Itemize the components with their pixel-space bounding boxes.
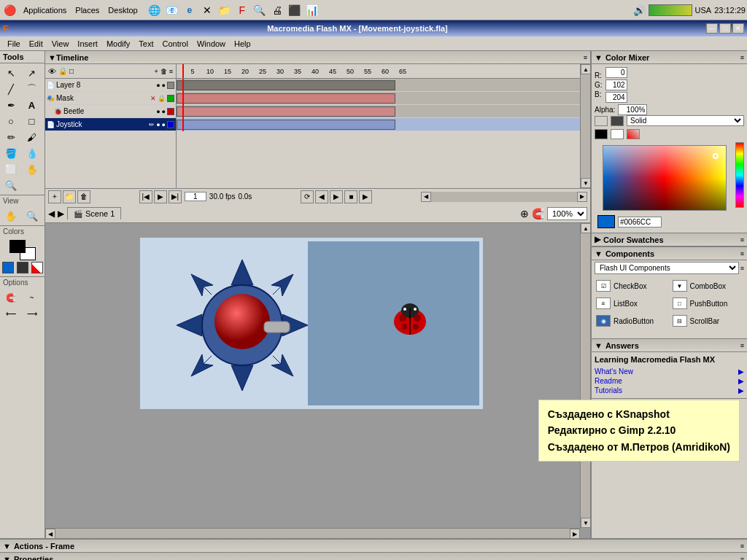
- canvas-vscroll[interactable]: ▲ ▼: [580, 223, 590, 528]
- cm-gradient-icon[interactable]: [595, 116, 608, 126]
- add-layer-icon[interactable]: +: [154, 68, 158, 75]
- joystick-lock[interactable]: ●: [162, 121, 166, 128]
- tool-line[interactable]: ╱: [1, 81, 20, 97]
- props-options[interactable]: ≡: [740, 556, 744, 561]
- tool-arrow[interactable]: ↖: [1, 65, 20, 81]
- close-button[interactable]: ✕: [732, 23, 744, 34]
- tool-oval[interactable]: ○: [1, 113, 20, 129]
- canvas-hscroll-track[interactable]: [55, 529, 570, 538]
- menu-help[interactable]: Help: [230, 38, 255, 50]
- loop-btn[interactable]: ⟳: [301, 190, 314, 203]
- color-mixer-header[interactable]: ▼ Color Mixer ≡: [592, 51, 747, 64]
- option-scale[interactable]: ⟵: [1, 306, 20, 322]
- vscroll-up[interactable]: ▲: [581, 64, 590, 74]
- comp-radiobutton[interactable]: ◉ RadioButton: [595, 314, 668, 328]
- mask-eye[interactable]: ✕: [150, 95, 156, 102]
- comp-checkbox[interactable]: ☑ CheckBox: [595, 279, 668, 293]
- snap-icon[interactable]: 🧲: [532, 208, 544, 219]
- fill-color-swatch[interactable]: [9, 240, 26, 253]
- option-smooth[interactable]: ~: [23, 289, 42, 306]
- beetle-eye[interactable]: ●: [156, 108, 160, 115]
- actions-options[interactable]: ≡: [740, 542, 744, 550]
- ie-icon[interactable]: e: [182, 2, 198, 18]
- canvas-hscroll-right[interactable]: ▶: [570, 529, 580, 538]
- tool-fill[interactable]: 🪣: [1, 145, 20, 161]
- layer8-eye[interactable]: ●: [156, 82, 160, 89]
- tool-zoom2[interactable]: 🔍: [23, 208, 42, 224]
- stop-btn[interactable]: ■: [344, 190, 357, 203]
- hscroll-inner[interactable]: ◀ ▶: [421, 192, 587, 202]
- mask-frames[interactable]: [177, 92, 580, 105]
- stroke-swatch[interactable]: [17, 262, 28, 273]
- delete-layer-btn[interactable]: 🗑: [77, 190, 90, 203]
- tool-hand2[interactable]: ✋: [1, 208, 20, 224]
- timeline-vscroll[interactable]: ▲ ▼: [580, 64, 590, 188]
- cm-alpha-input[interactable]: [618, 104, 647, 115]
- cm-style-select[interactable]: Solid: [627, 115, 744, 126]
- canvas-vscroll-down[interactable]: ▼: [581, 518, 590, 528]
- add-folder-btn[interactable]: 📁: [63, 190, 76, 203]
- tool-lasso[interactable]: ⌒: [23, 81, 42, 97]
- mail-icon[interactable]: 📧: [164, 2, 180, 18]
- maximize-button[interactable]: □: [719, 23, 731, 34]
- answers-tutorials[interactable]: Tutorials ▶: [595, 386, 744, 395]
- menu-insert[interactable]: Insert: [73, 38, 102, 50]
- cs-options-icon[interactable]: ≡: [740, 236, 744, 244]
- cm-black-icon[interactable]: [595, 129, 608, 139]
- print-icon[interactable]: 🖨: [269, 2, 285, 18]
- delete-layer-icon[interactable]: 🗑: [160, 68, 167, 75]
- add-layer-btn[interactable]: +: [48, 190, 61, 203]
- tool-eraser[interactable]: ⬜: [1, 161, 20, 177]
- layer8-lock[interactable]: ●: [162, 82, 166, 89]
- desktop-menu[interactable]: Desktop: [105, 6, 140, 15]
- canvas-vscroll-track[interactable]: [581, 233, 590, 518]
- mask-lock[interactable]: 🔒: [158, 95, 166, 102]
- comp-pushbutton[interactable]: □ PushButton: [671, 296, 745, 311]
- cm-options-icon[interactable]: ≡: [740, 54, 744, 61]
- scene1-tab[interactable]: 🎬 Scene 1: [67, 207, 121, 219]
- cm-color-picker[interactable]: [603, 145, 727, 211]
- canvas-hscroll[interactable]: ◀ ▶: [45, 528, 580, 538]
- terminal-icon[interactable]: ⬛: [287, 2, 303, 18]
- app-icon2[interactable]: 📊: [304, 2, 320, 18]
- menu-text[interactable]: Text: [134, 38, 158, 50]
- components-header[interactable]: ▼ Components ≡: [592, 247, 747, 260]
- menu-file[interactable]: File: [3, 38, 25, 50]
- tool-rect[interactable]: □: [23, 113, 42, 129]
- cm-white-icon[interactable]: [611, 129, 624, 139]
- cm-hex-input[interactable]: [618, 217, 662, 228]
- next-scene-btn[interactable]: ▶: [330, 190, 343, 203]
- center-icon[interactable]: ⊕: [520, 208, 529, 219]
- menu-edit[interactable]: Edit: [25, 38, 47, 50]
- tool-pen[interactable]: ✒: [1, 97, 20, 113]
- play-btn[interactable]: ▶: [154, 190, 167, 203]
- menu-view[interactable]: View: [47, 38, 74, 50]
- next-frame-btn[interactable]: ▶|: [169, 190, 182, 203]
- components-lib-select[interactable]: Flash UI Components: [595, 262, 739, 274]
- cm-stroke-icon[interactable]: [611, 116, 624, 126]
- volume-icon[interactable]: 🔊: [633, 4, 646, 16]
- tool-subselect[interactable]: ↗: [23, 65, 42, 81]
- play2-btn[interactable]: ▶: [359, 190, 372, 203]
- prev-scene-btn[interactable]: ◀: [315, 190, 328, 203]
- applications-menu[interactable]: Applications: [20, 6, 69, 15]
- layer-row-layer8[interactable]: 📄 Layer 8 ● ●: [45, 79, 176, 92]
- timeline-options-icon[interactable]: ≡: [584, 54, 587, 61]
- answers-whats-new[interactable]: What's New ▶: [595, 367, 744, 376]
- flash-icon[interactable]: F: [234, 2, 250, 18]
- cm-hue-stripe[interactable]: [735, 142, 744, 208]
- none-swatch[interactable]: [31, 262, 43, 273]
- comp-scrollbar[interactable]: ⊟ ScrollBar: [671, 314, 745, 328]
- answers-readme[interactable]: Readme ▶: [595, 376, 744, 386]
- joystick-frames[interactable]: [177, 118, 580, 131]
- folder-icon[interactable]: 📁: [217, 2, 233, 18]
- layer-row-mask[interactable]: 🎭 Mask ✕ 🔒: [45, 92, 176, 105]
- menu-window[interactable]: Window: [193, 38, 230, 50]
- cm-r-input[interactable]: [605, 67, 627, 78]
- fill-swatch[interactable]: [2, 262, 14, 273]
- forward-arrow[interactable]: ▶: [58, 209, 64, 219]
- cm-g-input[interactable]: [605, 79, 627, 90]
- layer8-frames[interactable]: [177, 79, 580, 92]
- tool-brush[interactable]: 🖌: [23, 129, 42, 145]
- comp-options-btn[interactable]: ≡: [740, 265, 744, 272]
